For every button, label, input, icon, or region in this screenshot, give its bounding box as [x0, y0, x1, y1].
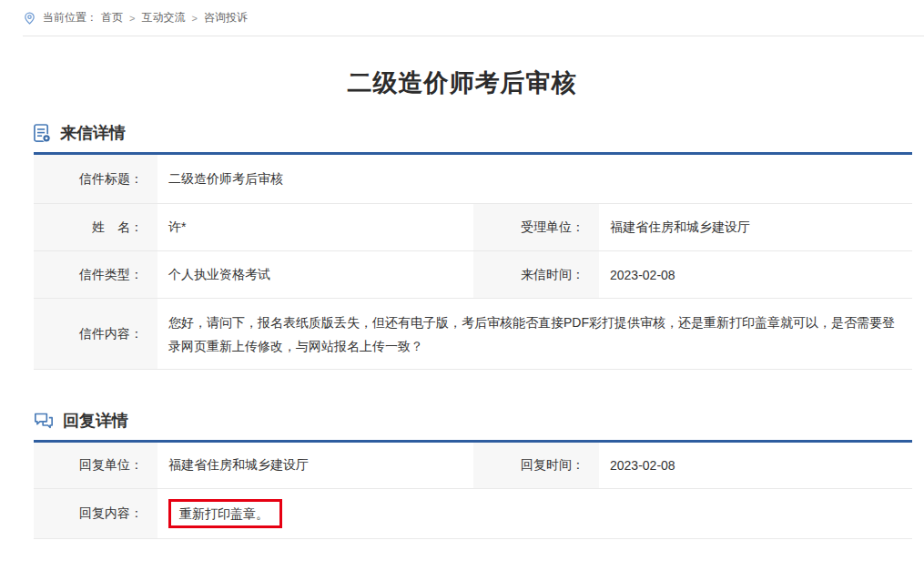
breadcrumb-link-consult[interactable]: 咨询投诉 — [204, 10, 248, 26]
reply-time-value: 2023-02-08 — [599, 442, 912, 489]
reply-detail-table: 回复单位： 福建省住房和城乡建设厅 回复时间： 2023-02-08 回复内容：… — [34, 440, 912, 539]
letter-type-value: 个人执业资格考试 — [157, 251, 473, 299]
letter-document-icon — [34, 124, 51, 143]
breadcrumb-separator: > — [129, 13, 135, 24]
letter-name-value: 许* — [157, 204, 473, 251]
letter-time-label: 来信时间： — [473, 251, 599, 299]
red-highlight-box: 重新打印盖章。 — [168, 499, 282, 528]
letter-time-value: 2023-02-08 — [599, 251, 912, 299]
letter-section: 来信详情 信件标题： 二级造价师考后审核 姓 名： 许* 受理单位： 福建省住房… — [0, 122, 924, 370]
table-row: 回复内容： 重新打印盖章。 — [34, 489, 912, 539]
letter-unit-label: 受理单位： — [473, 204, 599, 251]
reply-content-label: 回复内容： — [34, 489, 157, 539]
letter-unit-value: 福建省住房和城乡建设厅 — [599, 204, 912, 251]
location-pin-icon — [23, 11, 36, 26]
letter-subject-value: 二级造价师考后审核 — [157, 154, 912, 204]
reply-section-title: 回复详情 — [63, 410, 128, 432]
page-root: 当前位置： 首页 > 互动交流 > 咨询投诉 二级造价师考后审核 来信详情 — [0, 0, 924, 539]
table-row: 信件类型： 个人执业资格考试 来信时间： 2023-02-08 — [34, 251, 912, 299]
page-title: 二级造价师考后审核 — [0, 66, 924, 99]
letter-content-value: 您好，请问下，报名表纸质版丢失，但还有电子版，考后审核能否直接PDF彩打提供审核… — [157, 299, 912, 370]
breadcrumb-link-home[interactable]: 首页 — [101, 10, 123, 26]
breadcrumb-prefix: 当前位置： — [43, 10, 97, 26]
letter-subject-label: 信件标题： — [34, 154, 157, 204]
table-row: 信件内容： 您好，请问下，报名表纸质版丢失，但还有电子版，考后审核能否直接PDF… — [34, 299, 912, 370]
reply-time-label: 回复时间： — [473, 442, 599, 489]
reply-section: 回复详情 回复单位： 福建省住房和城乡建设厅 回复时间： 2023-02-08 … — [0, 410, 924, 539]
table-row: 回复单位： 福建省住房和城乡建设厅 回复时间： 2023-02-08 — [34, 442, 912, 489]
reply-content-cell: 重新打印盖章。 — [157, 489, 912, 539]
letter-type-label: 信件类型： — [34, 251, 157, 299]
reply-unit-value: 福建省住房和城乡建设厅 — [157, 442, 473, 489]
reply-unit-label: 回复单位： — [34, 442, 157, 489]
reply-content-value: 重新打印盖章。 — [179, 506, 269, 521]
letter-content-label: 信件内容： — [34, 299, 157, 370]
breadcrumb: 当前位置： 首页 > 互动交流 > 咨询投诉 — [23, 0, 924, 36]
letter-detail-table: 信件标题： 二级造价师考后审核 姓 名： 许* 受理单位： 福建省住房和城乡建设… — [34, 152, 912, 370]
chat-bubbles-icon — [34, 412, 54, 430]
letter-section-title: 来信详情 — [60, 122, 126, 144]
reply-section-header: 回复详情 — [34, 410, 924, 432]
breadcrumb-separator: > — [191, 13, 197, 24]
letter-section-header: 来信详情 — [34, 122, 924, 144]
breadcrumb-link-interaction[interactable]: 互动交流 — [141, 10, 185, 26]
table-row: 信件标题： 二级造价师考后审核 — [34, 154, 912, 204]
table-row: 姓 名： 许* 受理单位： 福建省住房和城乡建设厅 — [34, 204, 912, 251]
letter-name-label: 姓 名： — [34, 204, 157, 251]
